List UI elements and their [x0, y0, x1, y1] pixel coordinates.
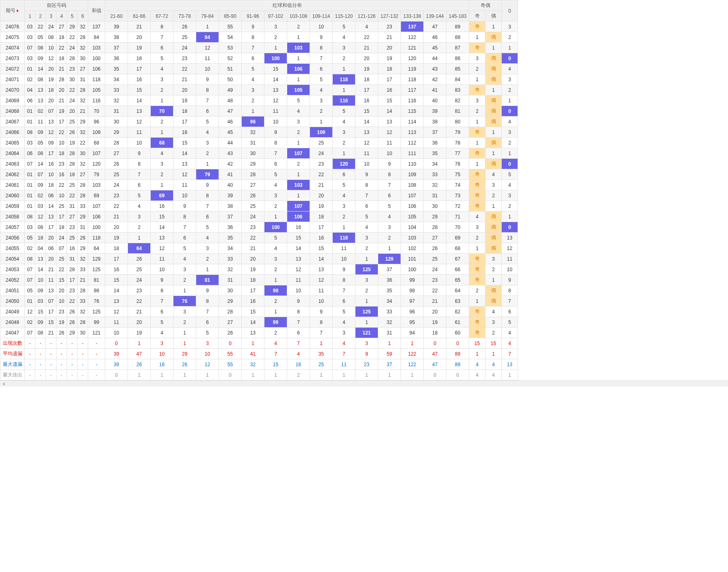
col-odd[interactable]: 奇 [469, 11, 485, 22]
cell-dist: 1 [242, 106, 264, 117]
stat-cell: - [88, 349, 105, 359]
cell-dist: 8 [287, 307, 310, 317]
col-range-7[interactable]: 97-102 [264, 11, 287, 22]
cell-dist: 1 [196, 159, 219, 169]
col-range-12[interactable]: 127-132 [378, 11, 401, 22]
cell-dist: 32 [219, 264, 242, 275]
cell-dist: 119 [401, 64, 424, 74]
col-range-14[interactable]: 139-144 [424, 11, 446, 22]
col-qian-3[interactable]: 3 [46, 11, 56, 22]
stat-cell: 39 [105, 359, 128, 370]
cell-qian: 08 [25, 254, 35, 264]
col-range-1[interactable]: 61-66 [128, 11, 151, 22]
cell-qian: 24 [67, 43, 78, 53]
col-range-9[interactable]: 109-114 [310, 11, 333, 22]
col-range-0[interactable]: 21-60 [105, 11, 128, 22]
cell-dist: 23 [242, 222, 264, 233]
cell-period: 24069 [0, 95, 25, 106]
col-qian-6[interactable]: 6 [78, 11, 88, 22]
cell-oe: 奇 [469, 85, 485, 95]
cell-dist: 2 [287, 159, 310, 169]
col-range-10[interactable]: 115-120 [333, 11, 355, 22]
stat-cell: 47 [424, 349, 446, 359]
cell-dist: 1 [196, 264, 219, 275]
cell-dist: 76 [173, 296, 196, 307]
cell-dist: 1 [128, 233, 151, 243]
table-row: 2406701111317252996301221754696103141413… [0, 117, 518, 127]
cell-qian: 33 [78, 296, 88, 307]
col-sum[interactable]: 和值 [88, 0, 105, 22]
col-period[interactable]: 期号▼ [0, 0, 25, 22]
stat-cell: - [25, 338, 35, 349]
cell-dist: 11 [196, 53, 219, 64]
col-range-8[interactable]: 103-108 [287, 11, 310, 22]
col-range-13[interactable]: 133-138 [401, 11, 424, 22]
col-even[interactable]: 偶 [485, 11, 502, 22]
cell-oe: 1 [485, 22, 502, 32]
cell-dist: 2 [242, 95, 264, 106]
cell-dist: 20 [128, 32, 151, 43]
cell-dist: 70 [446, 222, 469, 233]
cell-dist: 103 [287, 43, 310, 53]
cell-qian: 07 [25, 43, 35, 53]
cell-dist: 2 [264, 32, 287, 43]
cell-dist: 24 [310, 148, 333, 159]
cell-dist: 137 [401, 22, 424, 32]
stat-cell: 35 [310, 349, 333, 359]
cell-qian: 07 [25, 275, 35, 285]
cell-dist: 9 [196, 285, 219, 296]
col-range-6[interactable]: 91-96 [242, 11, 264, 22]
col-range-5[interactable]: 85-90 [219, 11, 242, 22]
cell-sum: 129 [88, 254, 105, 264]
cell-qian: 31 [78, 222, 88, 233]
cell-qian: 22 [67, 32, 78, 43]
cell-dist: 11 [378, 138, 401, 148]
col-range-11[interactable]: 121-126 [355, 11, 378, 22]
col-qian-4[interactable]: 4 [56, 11, 67, 22]
cell-dist: 9 [151, 275, 173, 285]
cell-qian: 24 [67, 95, 78, 106]
col-range-2[interactable]: 67-72 [151, 11, 173, 22]
cell-qian: 05 [35, 32, 46, 43]
cell-qian: 20 [67, 106, 78, 117]
cell-oe: 7 [502, 296, 518, 307]
cell-dist: 6 [196, 212, 219, 222]
cell-dist: 23 [424, 275, 446, 285]
stat-cell: 23 [355, 359, 378, 370]
col-range-15[interactable]: 145-183 [446, 11, 469, 22]
horizontal-scrollbar[interactable] [0, 380, 728, 386]
cell-qian: 07 [46, 106, 56, 117]
cell-qian: 01 [25, 117, 35, 127]
cell-oe: 2 [502, 138, 518, 148]
cell-dist: 17 [378, 74, 401, 85]
stat-cell: 3 [355, 338, 378, 349]
col-qian-2[interactable]: 2 [35, 11, 46, 22]
col-zero[interactable]: 0 [502, 0, 518, 22]
cell-dist: 18 [173, 106, 196, 117]
col-range-3[interactable]: 73-78 [173, 11, 196, 22]
cell-dist: 17 [128, 64, 151, 74]
cell-dist: 16 [242, 296, 264, 307]
cell-qian: 26 [67, 307, 78, 317]
cell-dist: 29 [219, 296, 242, 307]
cell-dist: 29 [424, 212, 446, 222]
cell-dist: 22 [128, 296, 151, 307]
cell-oe: 2 [485, 328, 502, 338]
cell-dist: 7 [310, 328, 333, 338]
col-qian-5[interactable]: 5 [67, 11, 78, 22]
cell-dist: 52 [219, 53, 242, 64]
cell-qian: 18 [35, 233, 46, 243]
cell-dist: 39 [105, 22, 128, 32]
col-qian-1[interactable]: 1 [25, 11, 35, 22]
cell-dist: 4 [355, 222, 378, 233]
cell-dist: 19 [105, 233, 128, 243]
cell-dist: 25 [173, 32, 196, 43]
cell-dist: 2 [333, 212, 355, 222]
cell-dist: 30 [105, 117, 128, 127]
sort-icon[interactable]: ▼ [16, 9, 20, 13]
cell-dist: 85 [446, 64, 469, 74]
cell-qian: 13 [35, 85, 46, 95]
col-range-4[interactable]: 79-84 [196, 11, 219, 22]
stat-cell: 1 [333, 370, 355, 380]
cell-dist: 8 [242, 32, 264, 43]
